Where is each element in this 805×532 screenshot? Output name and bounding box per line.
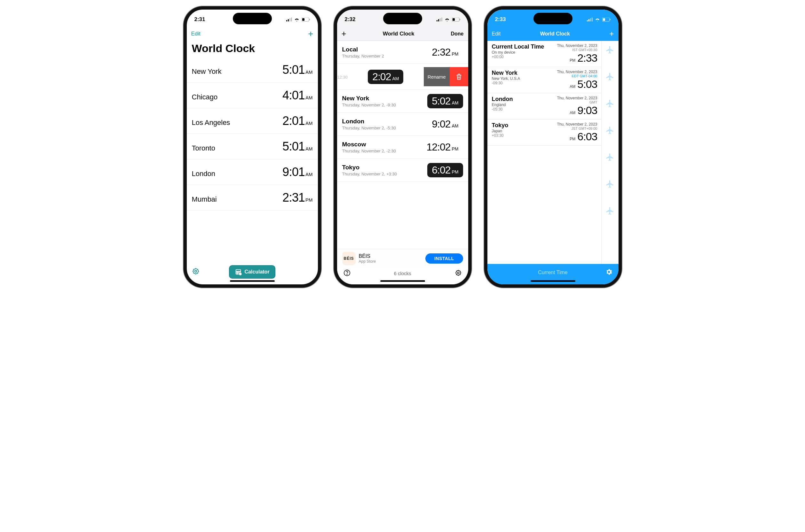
install-button[interactable]: INSTALL — [425, 253, 463, 264]
settings-gear-icon[interactable] — [455, 269, 462, 277]
rename-button[interactable]: Rename — [424, 67, 450, 86]
cellular-icon — [437, 18, 442, 21]
time-label: 5:03 — [577, 78, 597, 91]
clock-row[interactable]: New YorkThursday, November 2, -9:305:02A… — [337, 90, 468, 113]
svg-point-15 — [238, 273, 239, 274]
svg-rect-18 — [437, 20, 438, 21]
sub-label: 2, -12:30 — [337, 75, 348, 79]
footer-label: Current Time — [538, 270, 567, 276]
plane-column — [601, 41, 619, 264]
plane-icon[interactable] — [605, 72, 615, 82]
status-time: 2:32 — [345, 16, 355, 23]
clock-row[interactable]: New York5:01AM — [187, 57, 318, 83]
calculator-button[interactable]: Calculator — [229, 265, 275, 279]
clock-row[interactable]: Toronto5:01AM — [187, 134, 318, 159]
ampm-label: PM — [452, 146, 459, 151]
clock-row[interactable]: TokyoJapan+03:30Thu, November 2, 2023JST… — [488, 119, 601, 146]
plane-icon[interactable] — [605, 153, 615, 163]
clock-row[interactable]: Current Local TimeOn my device+00:00Thu,… — [488, 41, 601, 67]
city-label: Moscow — [342, 141, 396, 148]
edit-button[interactable]: Edit — [492, 31, 501, 37]
plane-icon[interactable] — [605, 99, 615, 109]
battery-icon — [602, 18, 611, 22]
clock-row[interactable]: New YorkNew York, U.S.A-09:30Thu, Novemb… — [488, 67, 601, 93]
clock-row[interactable]: LocalThursday, November 22:32PM — [337, 41, 468, 64]
plane-icon[interactable] — [605, 206, 615, 217]
ampm-label: AM — [306, 95, 313, 100]
clock-row[interactable]: London9:01AM — [187, 159, 318, 185]
clock-row[interactable]: MoscowThursday, November 2, -2:3012:02PM — [337, 136, 468, 159]
time-label: 9:03 — [577, 104, 597, 117]
time-label: 9:02 — [432, 118, 450, 130]
battery-icon — [452, 18, 460, 22]
tz-label: JST GMT+09:00 — [571, 127, 598, 130]
time-label: 5:01 — [282, 63, 305, 76]
ampm-label: AM — [306, 172, 313, 177]
plane-icon[interactable] — [605, 45, 615, 56]
offset-label: +00:00 — [492, 55, 544, 59]
clock-list[interactable]: Current Local TimeOn my device+00:00Thu,… — [488, 41, 601, 264]
ampm-label: PM — [452, 52, 459, 57]
city-label: Local — [342, 46, 384, 53]
settings-gear-icon[interactable] — [605, 268, 613, 277]
add-button[interactable]: + — [342, 29, 346, 39]
nav-bar: + World Clock Done — [337, 27, 468, 41]
city-label: Los Angeles — [192, 118, 230, 127]
bottom-bar: Calculator — [187, 265, 318, 279]
svg-point-14 — [237, 273, 237, 274]
done-button[interactable]: Done — [451, 31, 464, 37]
battery-icon — [301, 18, 310, 22]
clock-list[interactable]: LocalThursday, November 22:32PM2, -12:30… — [337, 41, 468, 284]
time-label: 2:31 — [282, 191, 305, 204]
clock-row[interactable]: 2, -12:302:02AMRename — [337, 64, 468, 90]
svg-rect-23 — [453, 18, 455, 21]
svg-rect-29 — [587, 20, 588, 21]
time-label: 5:02 — [432, 95, 450, 107]
edit-button[interactable]: Edit — [191, 31, 201, 37]
time-label: 5:01 — [282, 140, 305, 153]
time-label: 2:02 — [372, 71, 391, 83]
city-label: Tokyo — [342, 164, 397, 171]
city-label: London — [192, 170, 215, 178]
clock-row[interactable]: Chicago4:01AM — [187, 83, 318, 108]
time-label: 2:32 — [432, 46, 450, 58]
offset-label: +03:30 — [492, 133, 509, 138]
clock-list[interactable]: New York5:01AMChicago4:01AMLos Angeles2:… — [187, 57, 318, 284]
dynamic-island — [383, 13, 422, 24]
ampm-label: AM — [570, 84, 575, 89]
cellular-icon — [587, 18, 593, 21]
time-label: 2:33 — [577, 52, 597, 64]
sub-label: Thursday, November 2, +3:30 — [342, 172, 397, 176]
clock-row[interactable]: TokyoThursday, November 2, +3:306:02PM — [337, 159, 468, 182]
ad-banner[interactable]: BÉIS BÉIS App Store INSTALL — [337, 249, 468, 268]
clock-row[interactable]: Mumbai2:31PM — [187, 185, 318, 211]
page-title: World Clock — [540, 31, 570, 37]
svg-rect-10 — [236, 270, 240, 271]
tz-label: EDT GMT-04:00 — [572, 74, 598, 78]
sub-label: New York, U.S.A — [492, 76, 520, 81]
clock-row[interactable]: Los Angeles2:01AM — [187, 108, 318, 134]
plane-icon[interactable] — [605, 126, 615, 136]
help-icon[interactable] — [344, 269, 350, 277]
clock-row[interactable]: LondonThursday, November 2, -5:309:02AM — [337, 113, 468, 136]
ampm-label: AM — [306, 69, 313, 75]
svg-rect-3 — [291, 18, 292, 21]
settings-gear-icon[interactable] — [192, 267, 200, 277]
svg-point-11 — [237, 272, 237, 272]
svg-point-12 — [238, 272, 239, 272]
status-time: 2:31 — [195, 16, 205, 23]
add-button[interactable]: + — [308, 30, 313, 38]
svg-rect-1 — [288, 19, 289, 21]
plane-icon[interactable] — [605, 179, 615, 190]
svg-rect-5 — [302, 18, 305, 21]
time-label: 12:02 — [426, 141, 450, 153]
add-button[interactable]: + — [609, 30, 614, 38]
ampm-label: PM — [570, 58, 575, 63]
clock-row[interactable]: LondonEngland-05:30Thu, November 2, 2023… — [488, 93, 601, 119]
svg-rect-34 — [603, 18, 605, 21]
ampm-label: AM — [306, 120, 313, 126]
body: Current Local TimeOn my device+00:00Thu,… — [488, 41, 619, 264]
svg-rect-2 — [290, 18, 290, 21]
svg-rect-31 — [590, 18, 591, 21]
delete-button[interactable] — [450, 67, 468, 86]
